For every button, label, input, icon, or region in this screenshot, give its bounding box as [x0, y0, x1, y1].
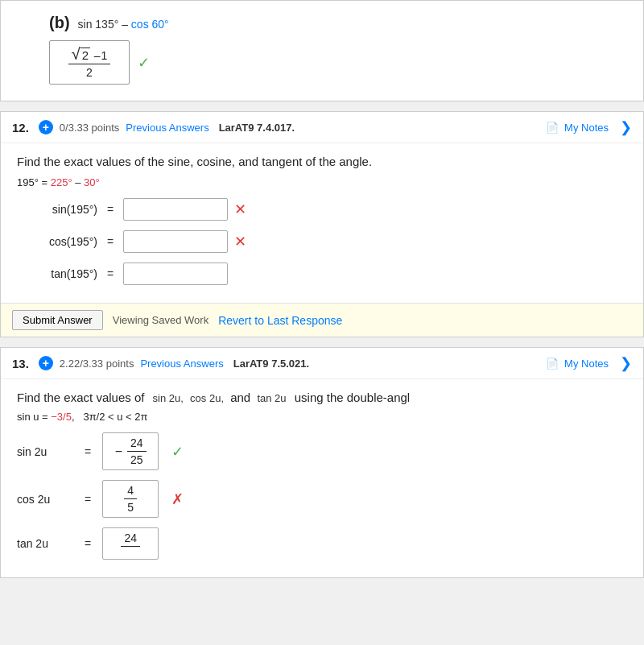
q13-cos-label: cos 2u	[17, 493, 73, 506]
q12-viewing-text: Viewing Saved Work	[113, 314, 208, 326]
q13-suffix: using the double-angl	[295, 391, 410, 404]
q13-arrow-icon[interactable]: ❯	[620, 354, 632, 372]
q12-tan-label: tan(195°)	[17, 267, 97, 280]
q12-question-text: Find the exact values of the sine, cosin…	[17, 155, 627, 168]
q12-submit-button[interactable]: Submit Answer	[12, 310, 103, 330]
q12-arrow-icon[interactable]: ❯	[620, 118, 632, 136]
q12-cos-row: cos(195°) = ✕	[17, 230, 627, 253]
part-b-check-icon: ✓	[138, 54, 150, 72]
q13-question-text: Find the exact values of sin 2u, cos 2u,…	[17, 391, 627, 404]
q13-prev-answers[interactable]: Previous Answers	[140, 358, 223, 370]
q13-cos-row: cos 2u = 4 5 ✗	[17, 480, 627, 518]
q12-tan-input[interactable]	[123, 263, 228, 285]
q13-cos-cross-icon: ✗	[171, 490, 184, 508]
q13-number: 13.	[12, 357, 29, 370]
q12-sin-label: sin(195°)	[17, 203, 97, 216]
q13-tan-answer-box: 24	[102, 527, 159, 560]
q12-sin-row: sin(195°) = ✕	[17, 198, 627, 221]
q12-cos-input[interactable]	[123, 230, 228, 253]
notes-icon: 📄	[546, 122, 559, 134]
q13-sin-answer-box: − 24 25	[102, 432, 159, 470]
q12-number: 12.	[12, 121, 29, 134]
q12-sin-input[interactable]	[123, 198, 228, 221]
q12-cos-cross-icon: ✕	[234, 233, 246, 250]
part-b-answer: √2 – 1 2	[49, 40, 130, 85]
q12-my-notes[interactable]: 📄 My Notes	[546, 122, 609, 134]
q13-add-icon[interactable]: +	[39, 356, 53, 370]
q12-sin-cross-icon: ✕	[234, 201, 246, 218]
q13-sin-label: sin 2u	[17, 445, 73, 458]
q13-sin2u-label: sin 2u,	[153, 392, 184, 404]
q13-tan-label: tan 2u	[17, 537, 73, 550]
q13-sin-check-icon: ✓	[171, 443, 184, 461]
q13-cos2u-label: cos 2u,	[190, 392, 224, 404]
q13-problem-id: LarAT9 7.5.021.	[233, 358, 309, 370]
q12-tan-row: tan(195°) =	[17, 263, 627, 285]
q13-condition: sin u = −3/5, 3π/2 < u < 2π	[17, 411, 627, 423]
q13-tan-row: tan 2u = 24	[17, 527, 627, 560]
part-b-expr: sin 135° – cos 60°	[78, 18, 169, 31]
q12-cos-label: cos(195°)	[17, 235, 97, 248]
q13-points: 2.22/3.33 points	[60, 358, 134, 370]
q12-revert-link[interactable]: Revert to Last Response	[218, 314, 342, 327]
q13-my-notes[interactable]: 📄 My Notes	[546, 358, 609, 370]
q12-points: 0/3.33 points	[60, 122, 119, 134]
q13-and-text: and	[230, 391, 250, 404]
q12-prev-answers[interactable]: Previous Answers	[126, 122, 208, 134]
q13-cos-answer-box: 4 5	[102, 480, 159, 518]
q12-problem-id: LarAT9 7.4.017.	[219, 122, 295, 134]
part-b-label: (b)	[49, 14, 70, 32]
q12-add-icon[interactable]: +	[39, 120, 53, 134]
q12-hint: 195° = 225° – 30°	[17, 176, 627, 188]
q13-notes-icon: 📄	[546, 358, 559, 370]
q13-tan2u-label: tan 2u	[257, 392, 286, 404]
q13-sin-row: sin 2u = − 24 25 ✓	[17, 432, 627, 470]
